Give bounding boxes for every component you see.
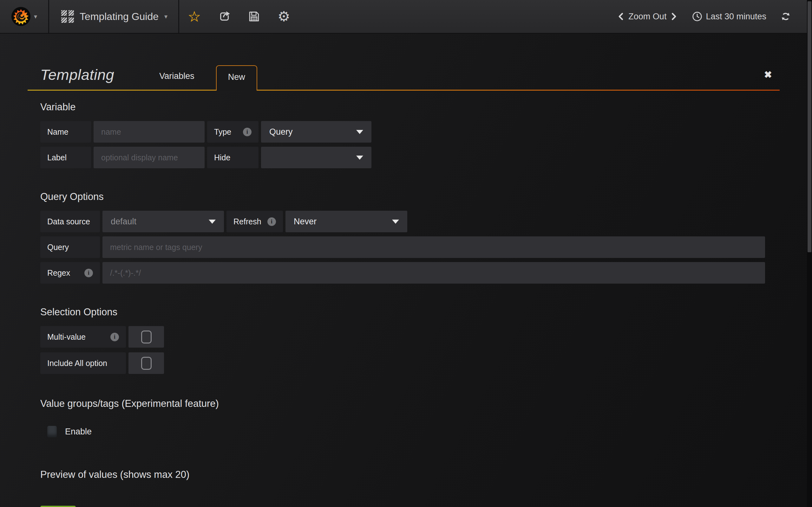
query-label: Query [40, 236, 100, 258]
type-info-icon[interactable]: i [243, 128, 252, 136]
refresh-select-value: Never [294, 217, 316, 227]
multi-value-checkbox[interactable] [129, 326, 164, 348]
datasource-label: Data source [40, 211, 100, 232]
datasource-select-value: default [111, 217, 136, 227]
scrollbar-track [807, 0, 812, 507]
add-button[interactable]: Add [40, 506, 76, 507]
query-row: Query [40, 236, 765, 258]
preview-heading: Preview of values (shows max 20) [40, 469, 780, 481]
close-icon[interactable]: ✖ [764, 70, 772, 79]
grafana-logo-icon [11, 7, 31, 26]
hide-label: Hide [207, 147, 258, 168]
enable-label: Enable [65, 427, 92, 437]
hide-select[interactable] [261, 147, 371, 168]
logo-dropdown-caret-icon: ▾ [34, 13, 37, 20]
time-range-picker[interactable]: Last 30 minutes [692, 11, 766, 22]
star-dashboard-button[interactable]: ☆ [179, 0, 209, 33]
refresh-info-icon[interactable]: i [267, 217, 276, 226]
save-dashboard-button[interactable] [239, 0, 269, 33]
refresh-icon [780, 11, 791, 22]
regex-row: Regex i [40, 262, 765, 284]
select-caret-icon [356, 156, 363, 160]
refresh-label: Refresh i [226, 211, 283, 232]
gear-icon: ⚙ [277, 9, 290, 23]
chevron-left-icon [617, 12, 625, 20]
label-input[interactable] [94, 147, 205, 168]
time-back-button[interactable] [617, 12, 625, 20]
datasource-select[interactable]: default [102, 211, 224, 232]
label-label: Label [40, 147, 91, 168]
regex-input[interactable] [102, 262, 765, 284]
dashboard-title: Templating Guide [80, 11, 159, 22]
refresh-button[interactable] [780, 11, 791, 22]
nav-spacer [299, 0, 617, 33]
enable-checkbox[interactable] [47, 426, 57, 437]
dashboard-grid-icon [61, 10, 74, 23]
query-options-heading: Query Options [40, 191, 780, 203]
time-controls: Zoom Out Last 30 minutes [617, 0, 812, 33]
tab-bar: Variables New [148, 65, 257, 90]
type-label: Type i [207, 121, 258, 143]
select-caret-icon [209, 220, 216, 224]
templating-panel: Templating Variables New ✖ Variable Name… [28, 33, 780, 507]
refresh-label-text: Refresh [234, 217, 261, 226]
settings-button[interactable]: ⚙ [269, 0, 299, 33]
clock-icon [692, 11, 703, 22]
checkbox-box-icon [141, 357, 152, 370]
enable-row: Enable [47, 426, 780, 437]
variable-row-2: Label Hide [40, 147, 780, 168]
type-select[interactable]: Query [261, 121, 371, 143]
templating-header: Templating Variables New ✖ [28, 33, 780, 91]
include-all-row: Include All option [40, 352, 780, 374]
selection-options-heading: Selection Options [40, 306, 780, 318]
multi-value-row: Multi-value i [40, 326, 780, 348]
multi-value-info-icon[interactable]: i [110, 333, 119, 341]
include-all-checkbox[interactable] [129, 352, 164, 374]
checkbox-box-icon [141, 331, 152, 343]
select-caret-icon [356, 130, 363, 134]
time-range-label: Last 30 minutes [706, 12, 766, 21]
dashboard-caret-icon: ▾ [164, 13, 167, 20]
star-icon: ☆ [188, 9, 201, 24]
time-forward-button[interactable] [670, 12, 678, 20]
datasource-row: Data source default Refresh i Never [40, 211, 780, 232]
query-input[interactable] [102, 236, 765, 258]
chevron-right-icon [670, 12, 678, 20]
tab-variables[interactable]: Variables [148, 71, 205, 90]
name-input[interactable] [94, 121, 205, 143]
dashboard-title-dropdown[interactable]: Templating Guide ▾ [49, 0, 178, 33]
value-groups-heading: Value groups/tags (Experimental feature) [40, 398, 780, 409]
scrollbar-thumb[interactable] [808, 1, 811, 252]
regex-info-icon[interactable]: i [84, 269, 93, 277]
share-dashboard-button[interactable] [209, 0, 239, 33]
save-icon [248, 10, 260, 23]
name-label: Name [40, 121, 91, 143]
type-select-value: Query [269, 127, 293, 137]
include-all-label: Include All option [40, 352, 126, 374]
regex-label-text: Regex [47, 268, 70, 278]
variable-row-1: Name Type i Query [40, 121, 780, 143]
tab-new[interactable]: New [216, 65, 257, 91]
zoom-out-button[interactable]: Zoom Out [628, 12, 666, 21]
multi-value-label: Multi-value i [40, 326, 126, 348]
refresh-select[interactable]: Never [286, 211, 407, 232]
grafana-logo-menu[interactable]: ▾ [0, 0, 48, 33]
type-label-text: Type [214, 127, 231, 136]
multi-value-label-text: Multi-value [47, 332, 86, 342]
page-title: Templating [40, 66, 114, 83]
share-icon [218, 10, 231, 23]
variable-heading: Variable [40, 101, 780, 113]
select-caret-icon [392, 220, 399, 224]
top-navbar: ▾ Templating Guide ▾ ☆ ⚙ [0, 0, 812, 34]
regex-label: Regex i [40, 262, 100, 284]
